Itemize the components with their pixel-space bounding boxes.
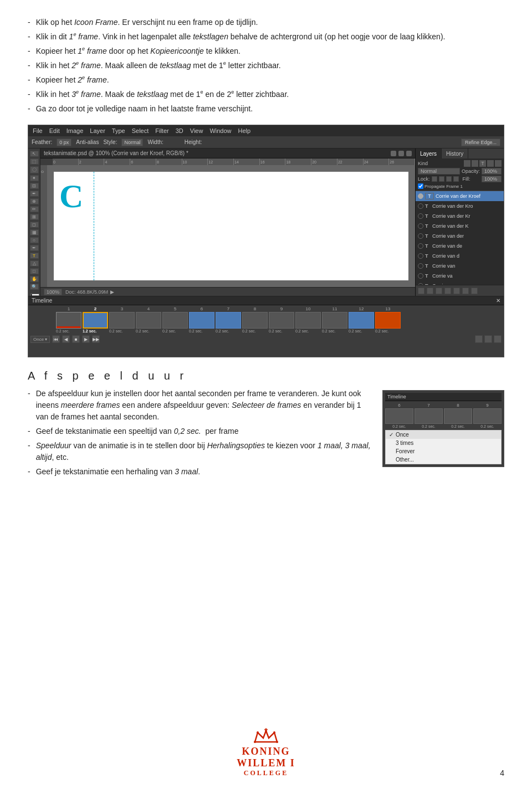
menu-view[interactable]: View bbox=[190, 127, 203, 134]
ps-frame-thumb-5[interactable] bbox=[162, 312, 188, 329]
ps-adj-icon[interactable] bbox=[444, 288, 451, 294]
mini-dropdown-forever[interactable]: ✓ Forever bbox=[386, 447, 501, 455]
ps-mask-icon[interactable] bbox=[436, 288, 442, 294]
tool-brush[interactable]: ✏ bbox=[30, 206, 39, 212]
ps-frame-thumb-6[interactable] bbox=[189, 312, 214, 329]
tool-crop[interactable]: ⊡ bbox=[30, 183, 39, 189]
ps-layer-2[interactable]: T Corrie van der Kro bbox=[416, 201, 504, 211]
ps-frame-thumb-10[interactable] bbox=[295, 312, 321, 329]
ps-maximize-btn[interactable] bbox=[398, 151, 404, 156]
mini-dropdown-once[interactable]: ✓ Once bbox=[386, 431, 501, 439]
ps-new-layer-icon[interactable] bbox=[462, 288, 469, 294]
ps-eye-icon-4[interactable] bbox=[418, 223, 423, 229]
ps-close-btn[interactable] bbox=[406, 151, 412, 156]
menu-type[interactable]: Type bbox=[112, 127, 125, 134]
ps-layer-7[interactable]: T Corrie van d bbox=[416, 251, 504, 261]
menu-layer[interactable]: Layer bbox=[90, 127, 105, 134]
ps-lock-all-icon[interactable] bbox=[453, 176, 459, 182]
ps-frame-thumb-8[interactable] bbox=[242, 312, 268, 329]
menu-3d[interactable]: 3D bbox=[176, 127, 183, 134]
ps-eye-icon-5[interactable] bbox=[418, 233, 423, 239]
ps-layer-3[interactable]: T Corrie van der Kr bbox=[416, 211, 504, 221]
menu-image[interactable]: Image bbox=[66, 127, 84, 134]
ps-group-icon[interactable] bbox=[453, 288, 460, 294]
mini-frame-thumb-6[interactable] bbox=[385, 408, 413, 424]
ps-fill-val[interactable]: 100% bbox=[482, 176, 502, 182]
ps-copy-frame-btn[interactable] bbox=[484, 335, 492, 343]
tool-heal[interactable]: ⊕ bbox=[30, 198, 39, 204]
mini-dropdown-3times[interactable]: ✓ 3 times bbox=[386, 439, 501, 447]
menu-file[interactable]: File bbox=[33, 127, 43, 134]
ps-link-icon[interactable] bbox=[418, 288, 424, 294]
ps-icon-smart[interactable] bbox=[495, 160, 502, 167]
ps-layer-8[interactable]: T Corrie van bbox=[416, 261, 504, 271]
ps-eye-icon-9[interactable] bbox=[418, 273, 423, 279]
tool-clone[interactable]: ⊞ bbox=[30, 214, 39, 220]
ps-loop-selector[interactable]: Once ▾ bbox=[30, 336, 50, 343]
tool-hand[interactable]: ✋ bbox=[30, 276, 39, 282]
menu-edit[interactable]: Edit bbox=[49, 127, 60, 134]
tool-type[interactable]: T bbox=[30, 253, 39, 259]
ps-frame-thumb-7[interactable] bbox=[216, 312, 241, 329]
tool-lasso[interactable]: 〇 bbox=[30, 166, 39, 173]
menu-select[interactable]: Select bbox=[132, 127, 149, 134]
ps-icon-adj[interactable] bbox=[472, 160, 478, 167]
ps-frame-thumb-2[interactable] bbox=[83, 312, 108, 329]
menu-window[interactable]: Window bbox=[209, 127, 231, 134]
ps-stop-btn[interactable]: ■ bbox=[72, 335, 80, 343]
tool-zoom[interactable]: 🔍 bbox=[30, 284, 39, 290]
mini-frame-thumb-7[interactable] bbox=[415, 408, 443, 424]
toolbar-refine-btn[interactable]: Refine Edge... bbox=[461, 139, 500, 146]
ps-eye-icon-3[interactable] bbox=[418, 213, 423, 219]
ps-opacity-val[interactable]: 100% bbox=[482, 168, 502, 175]
tool-eraser[interactable]: ◻ bbox=[30, 222, 39, 228]
ps-layer-4[interactable]: T Corrie van der K bbox=[416, 221, 504, 231]
ps-layers-tab[interactable]: Layers bbox=[416, 148, 442, 158]
ps-tween-btn[interactable] bbox=[475, 335, 483, 343]
tool-gradient[interactable]: ▦ bbox=[30, 229, 39, 235]
ps-lock-move-icon[interactable] bbox=[439, 176, 444, 182]
tool-pen[interactable]: ✒ bbox=[30, 245, 39, 251]
mini-dropdown-other[interactable]: ✓ Other... bbox=[386, 455, 501, 464]
tool-shape[interactable]: □ bbox=[30, 268, 39, 274]
menu-help[interactable]: Help bbox=[238, 127, 251, 134]
menu-filter[interactable]: Filter bbox=[155, 127, 168, 134]
ps-frame-thumb-1[interactable] bbox=[56, 312, 81, 329]
ps-icon-pixel[interactable] bbox=[464, 160, 470, 167]
mini-frame-thumb-8[interactable] bbox=[444, 408, 472, 424]
tool-wand[interactable]: ✦ bbox=[30, 175, 39, 181]
tool-eyedropper[interactable]: ✒ bbox=[30, 191, 39, 197]
tool-dodge[interactable]: ○ bbox=[30, 237, 39, 243]
ps-timeline-close[interactable]: ✕ bbox=[496, 298, 500, 304]
mini-frame-thumb-9[interactable] bbox=[473, 408, 502, 424]
ps-layer-10[interactable]: T Corrie v bbox=[416, 281, 504, 285]
tool-path[interactable]: △ bbox=[30, 260, 39, 267]
ps-next-frame-btn[interactable]: ▶▶ bbox=[92, 335, 100, 343]
tool-select[interactable]: ⬚ bbox=[30, 158, 39, 165]
ps-minimize-btn[interactable] bbox=[391, 151, 396, 156]
ps-blend-mode[interactable]: Normal bbox=[418, 168, 460, 175]
ps-eye-icon-2[interactable] bbox=[418, 203, 423, 209]
ps-layer-9[interactable]: T Corrie va bbox=[416, 271, 504, 281]
ps-delete-layer-icon[interactable] bbox=[471, 288, 478, 294]
ps-play-btn[interactable]: ▶ bbox=[82, 335, 90, 343]
ps-layer-active[interactable]: T Corrie van der Kroef bbox=[416, 191, 504, 201]
ps-first-frame-btn[interactable]: ⏮ bbox=[52, 335, 60, 343]
ps-lock-icon[interactable] bbox=[432, 176, 437, 182]
ps-frame-thumb-13[interactable] bbox=[375, 312, 401, 329]
ps-fx-icon[interactable] bbox=[427, 288, 433, 294]
ps-frame-thumb-4[interactable] bbox=[136, 312, 161, 329]
ps-prev-frame-btn[interactable]: ◀ bbox=[62, 335, 70, 343]
tool-arrow[interactable]: ↖ bbox=[30, 151, 39, 157]
ps-eye-icon-6[interactable] bbox=[418, 243, 423, 249]
ps-frame-thumb-12[interactable] bbox=[349, 312, 374, 329]
ps-icon-type[interactable]: T bbox=[479, 160, 486, 167]
ps-frame-thumb-9[interactable] bbox=[269, 312, 294, 329]
ps-layer-5[interactable]: T Corrie van der bbox=[416, 231, 504, 241]
ps-delete-frame-btn[interactable] bbox=[494, 335, 502, 343]
ps-propagate-checkbox[interactable] bbox=[418, 183, 423, 189]
ps-lock-art-icon[interactable] bbox=[446, 176, 452, 182]
ps-eye-icon-8[interactable] bbox=[418, 263, 423, 269]
ps-eye-icon-7[interactable] bbox=[418, 253, 423, 259]
ps-eye-icon-1[interactable] bbox=[418, 193, 423, 199]
